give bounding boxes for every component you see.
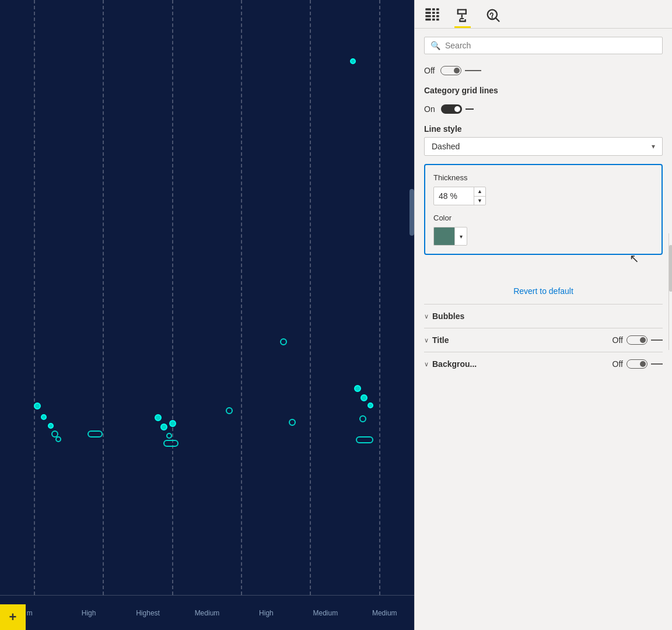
off-label: Off — [424, 66, 435, 75]
svg-rect-1 — [425, 12, 430, 14]
data-dot — [41, 414, 47, 420]
data-dot — [356, 436, 373, 443]
bubbles-section[interactable]: ∨ Bubbles — [424, 304, 663, 328]
axis-label-5: Medium — [296, 609, 355, 617]
data-dot — [226, 407, 233, 414]
line-style-value: Dashed — [432, 142, 460, 151]
off-toggle-row: Off — [424, 60, 663, 81]
chart-area: m High Highest Medium High Medium Medium… — [0, 0, 414, 630]
data-dot — [360, 394, 368, 401]
axis-label-6: Medium — [355, 609, 414, 617]
svg-rect-10 — [436, 15, 439, 18]
on-toggle[interactable] — [441, 104, 474, 114]
search-input[interactable] — [445, 41, 656, 50]
data-dot — [48, 423, 54, 429]
fields-icon — [424, 7, 440, 23]
background-toggle-line — [651, 363, 663, 365]
line-style-dropdown[interactable]: Dashed ▾ — [424, 137, 663, 156]
svg-rect-17 — [460, 18, 464, 19]
svg-point-20 — [492, 19, 493, 20]
title-label: Title — [432, 335, 609, 345]
add-button[interactable]: + — [0, 604, 26, 630]
off-toggle[interactable] — [440, 66, 481, 75]
grid-line-3 — [172, 0, 173, 595]
axis-label-1: High — [59, 609, 118, 617]
svg-rect-15 — [457, 13, 467, 15]
title-chevron-icon: ∨ — [424, 337, 429, 344]
line-style-label: Line style — [424, 124, 663, 134]
title-toggle-line — [651, 340, 663, 341]
svg-rect-7 — [432, 19, 435, 21]
data-dot — [160, 424, 167, 430]
format-icon — [454, 7, 471, 23]
grid-line-4 — [241, 0, 242, 595]
background-toggle-track[interactable] — [626, 359, 648, 369]
grid-line-1 — [34, 0, 35, 595]
title-section[interactable]: ∨ Title Off — [424, 328, 663, 352]
toggle-track-on[interactable] — [441, 104, 462, 114]
color-picker-row: ▾ — [433, 227, 653, 246]
axis-labels: m High Highest Medium High Medium Medium — [0, 595, 414, 630]
color-label: Color — [433, 214, 653, 222]
background-toggle-label: Off — [612, 359, 623, 369]
property-card: Thickness 48 % ▲ ▼ Color ▾ — [424, 164, 663, 255]
data-dot — [55, 436, 61, 442]
thickness-label: Thickness — [433, 173, 653, 182]
tab-format[interactable] — [454, 7, 471, 28]
revert-link[interactable]: Revert to default — [424, 281, 663, 304]
color-swatch[interactable] — [433, 227, 454, 246]
data-dot — [350, 58, 356, 64]
background-section[interactable]: ∨ Backgrou... Off — [424, 352, 663, 376]
bubbles-chevron-icon: ∨ — [424, 313, 429, 320]
svg-rect-4 — [432, 8, 435, 10]
axis-label-4: High — [237, 609, 296, 617]
toggle-track-off[interactable] — [440, 66, 461, 75]
title-toggle-track[interactable] — [626, 335, 648, 345]
data-dot — [368, 402, 373, 408]
chart-scrollbar[interactable] — [410, 189, 414, 236]
data-dot — [34, 402, 41, 410]
axis-label-3: Medium — [177, 609, 236, 617]
format-panel: 🔍 Off Category grid lines On Line style … — [414, 0, 672, 630]
toggle-line-on — [466, 108, 474, 110]
svg-line-19 — [496, 18, 499, 22]
panel-scrollbar-track — [668, 233, 672, 350]
title-toggle: Off — [612, 335, 663, 345]
svg-rect-6 — [432, 15, 435, 18]
tab-analytics[interactable] — [485, 7, 501, 28]
svg-rect-0 — [425, 8, 430, 10]
color-dropdown-button[interactable]: ▾ — [454, 227, 467, 246]
data-dot — [155, 414, 162, 421]
tab-fields[interactable] — [424, 7, 440, 28]
svg-rect-12 — [457, 9, 467, 10]
grid-line-6 — [379, 0, 380, 595]
thickness-value: 48 % — [434, 191, 474, 201]
spinner-buttons: ▲ ▼ — [474, 187, 485, 205]
tab-bar — [415, 0, 672, 29]
spinner-down-button[interactable]: ▼ — [474, 197, 485, 205]
search-box[interactable]: 🔍 — [424, 37, 663, 54]
svg-rect-8 — [436, 8, 439, 10]
background-chevron-icon: ∨ — [424, 360, 429, 368]
spinner-up-button[interactable]: ▲ — [474, 187, 485, 197]
category-grid-lines-label: Category grid lines — [424, 86, 663, 95]
data-dot — [163, 440, 178, 447]
background-toggle: Off — [612, 359, 663, 369]
panel-scrollbar-thumb[interactable] — [669, 245, 672, 292]
on-label: On — [424, 104, 435, 114]
svg-rect-9 — [436, 12, 439, 14]
svg-rect-3 — [425, 19, 430, 21]
svg-rect-11 — [436, 19, 439, 21]
svg-rect-16 — [461, 15, 463, 18]
data-dot — [169, 420, 176, 427]
title-toggle-label: Off — [612, 335, 623, 345]
svg-rect-2 — [425, 15, 430, 18]
toggle-line — [465, 70, 481, 71]
analytics-icon — [485, 7, 501, 23]
cursor-area: ↖ — [424, 263, 663, 281]
data-dot — [166, 433, 172, 439]
background-label: Backgrou... — [432, 359, 609, 369]
panel-content: Off Category grid lines On Line style Da… — [415, 60, 672, 630]
data-dot — [289, 419, 296, 426]
thickness-spinner[interactable]: 48 % ▲ ▼ — [433, 187, 486, 205]
